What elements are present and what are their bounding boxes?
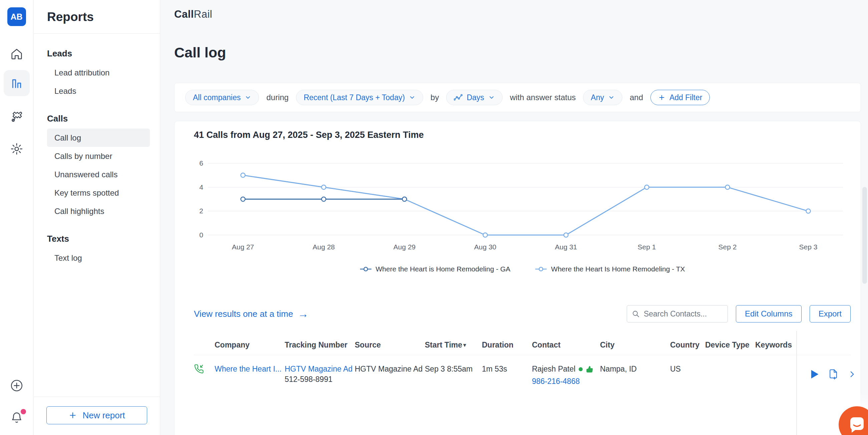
svg-text:2: 2 [199, 207, 203, 215]
results-toolbar: View results one at a time → Edit Column… [194, 305, 850, 322]
settings-icon[interactable] [9, 142, 24, 156]
search-contacts-input[interactable] [644, 310, 720, 318]
sidebar-item-lead-attribution[interactable]: Lead attribution [47, 63, 150, 82]
reports-sidebar: Reports Leads Lead attribution Leads Cal… [34, 0, 160, 435]
filter-word-during: during [266, 93, 289, 102]
add-icon[interactable] [9, 378, 24, 393]
export-button[interactable]: Export [810, 305, 850, 322]
thumbs-up-icon[interactable] [586, 366, 593, 373]
col-duration[interactable]: Duration [482, 341, 532, 350]
page-title: Call log [174, 45, 861, 61]
svg-text:Sep 1: Sep 1 [638, 243, 656, 251]
call-log-table: Company Tracking Number Source Start Tim… [194, 336, 850, 386]
sidebar-item-call-log[interactable]: Call log [47, 128, 150, 147]
edit-columns-button[interactable]: Edit Columns [736, 305, 802, 322]
legend-item[interactable]: Where the Heart is Home Remodeling - GA [360, 265, 510, 273]
filter-bar: All companies during Recent (Last 7 Days… [174, 83, 861, 112]
page-scrollbar[interactable] [862, 187, 867, 284]
sidebar-item-calls-by-number[interactable]: Calls by number [47, 147, 150, 165]
legend-label: Where the Heart is Home Remodeling - GA [376, 265, 510, 273]
sidebar-item-text-log[interactable]: Text log [47, 249, 150, 267]
granularity-dropdown[interactable]: Days [446, 90, 502, 105]
search-contacts-box [627, 305, 728, 322]
table-row[interactable]: Where the Heart I... HGTV Magazine Ad 51… [194, 355, 850, 386]
chevron-down-icon [409, 94, 415, 101]
row-tracking-name-link[interactable]: HGTV Magazine Ad [285, 365, 352, 373]
arrow-right-icon: → [298, 311, 308, 317]
nav-section-calls: Calls [47, 114, 150, 124]
chevron-down-icon [245, 94, 251, 101]
rail-bottom-group [9, 378, 24, 425]
svg-text:Aug 31: Aug 31 [555, 243, 577, 251]
row-source: HGTV Magazine Ad [355, 364, 425, 374]
granularity-value: Days [467, 93, 484, 102]
table-header-row: Company Tracking Number Source Start Tim… [194, 336, 850, 355]
expand-row-chevron-icon[interactable] [848, 370, 856, 379]
col-company[interactable]: Company [215, 341, 285, 350]
chart-title: 41 Calls from Aug 27, 2025 - Sep 3, 2025… [194, 130, 850, 140]
row-tracking-cell: HGTV Magazine Ad 512-598-8991 [285, 364, 355, 385]
legend-marker-icon [360, 266, 372, 272]
sidebar-item-key-terms-spotted[interactable]: Key terms spotted [47, 184, 150, 202]
row-tracking-number: 512-598-8991 [285, 375, 332, 384]
date-range-dropdown[interactable]: Recent (Last 7 Days + Today) [296, 90, 423, 105]
sidebar-item-unanswered-calls[interactable]: Unanswered calls [47, 165, 150, 184]
svg-text:6: 6 [199, 159, 203, 167]
notification-dot [21, 409, 26, 414]
row-city: Nampa, ID [600, 364, 670, 374]
legend-label: Where the Heart Is Home Remodeling - TX [551, 265, 685, 273]
add-note-icon[interactable] [828, 369, 838, 380]
answer-status-dropdown[interactable]: Any [583, 90, 622, 105]
view-results-label: View results one at a time [194, 309, 293, 319]
svg-text:Aug 28: Aug 28 [313, 243, 335, 251]
col-source[interactable]: Source [355, 341, 425, 350]
status-dot [579, 367, 583, 371]
chart-legend: Where the Heart is Home Remodeling - GAW… [194, 265, 850, 273]
trend-line-icon [454, 94, 463, 101]
sidebar-item-leads[interactable]: Leads [47, 82, 150, 100]
view-results-link[interactable]: View results one at a time → [194, 309, 308, 319]
col-city[interactable]: City [600, 341, 670, 350]
row-actions [810, 369, 856, 380]
company-filter-dropdown[interactable]: All companies [185, 90, 259, 105]
inbound-call-icon [194, 364, 215, 377]
reports-icon[interactable] [4, 70, 30, 96]
row-start-time: Sep 3 8:55am [425, 364, 482, 374]
sort-desc-icon: ▼ [462, 342, 467, 348]
row-duration: 1m 53s [482, 364, 532, 374]
new-report-button[interactable]: New report [46, 406, 147, 424]
callrail-logo: CallRail [174, 8, 861, 20]
row-country: US [670, 364, 705, 374]
col-keywords[interactable]: Keywords [755, 341, 796, 350]
svg-text:Sep 3: Sep 3 [799, 243, 817, 251]
svg-text:4: 4 [199, 183, 203, 191]
svg-text:Aug 27: Aug 27 [232, 243, 254, 251]
sidebar-title: Reports [34, 0, 160, 33]
col-country[interactable]: Country [670, 341, 705, 350]
company-filter-value: All companies [193, 93, 241, 102]
col-contact[interactable]: Contact [532, 341, 600, 350]
nav-section-leads: Leads [47, 49, 150, 59]
filter-word-answer-status: with answer status [510, 93, 576, 102]
notifications-icon[interactable] [9, 410, 24, 425]
avatar[interactable]: AB [7, 7, 26, 26]
row-contact-phone-link[interactable]: 986-216-4868 [532, 376, 580, 386]
sticky-column-divider [796, 331, 797, 435]
reports-nav: Leads Lead attribution Leads Calls Call … [34, 34, 160, 267]
sidebar-footer: New report [34, 397, 160, 435]
add-filter-button[interactable]: Add Filter [650, 90, 710, 105]
row-company-link[interactable]: Where the Heart I... [215, 364, 285, 374]
col-device-type[interactable]: Device Type [705, 341, 755, 350]
logo-bold: Call [174, 8, 194, 20]
legend-item[interactable]: Where the Heart Is Home Remodeling - TX [535, 265, 685, 273]
col-tracking-number[interactable]: Tracking Number [285, 341, 355, 350]
chat-smiley-icon [848, 415, 866, 434]
play-recording-button[interactable] [810, 370, 819, 379]
sidebar-item-call-highlights[interactable]: Call highlights [47, 202, 150, 220]
chevron-down-icon [488, 94, 495, 101]
home-icon[interactable] [9, 47, 24, 61]
col-start-time[interactable]: Start Time▼ [425, 341, 482, 350]
legend-marker-icon [535, 266, 547, 272]
integrations-icon[interactable] [9, 110, 24, 124]
main-content: CallRail Call log All companies during R… [160, 0, 868, 435]
